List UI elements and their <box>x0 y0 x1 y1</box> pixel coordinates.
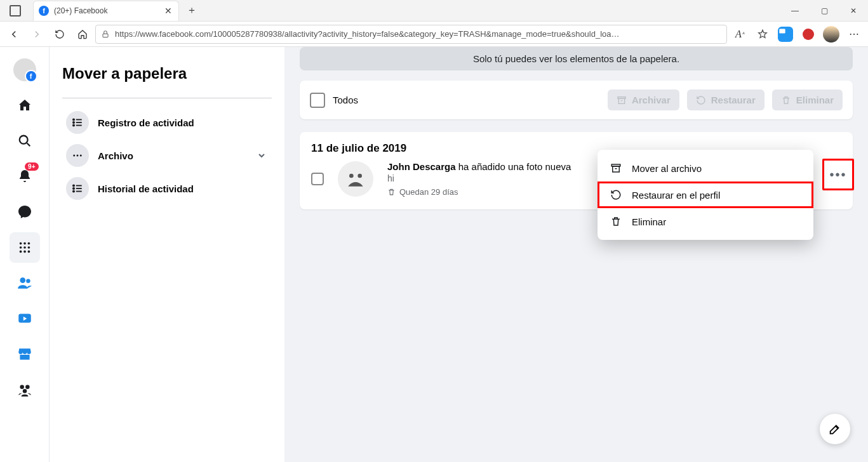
svg-point-27 <box>73 185 74 186</box>
bulk-toolbar: Todos Archivar Restaurar Eliminar <box>300 81 853 119</box>
extension-zoom[interactable] <box>775 24 796 44</box>
rail-marketplace[interactable] <box>10 339 40 369</box>
grid-icon <box>18 241 32 254</box>
rail-profile[interactable] <box>10 55 40 85</box>
svg-point-5 <box>27 242 30 245</box>
browser-menu-button[interactable]: ⋯ <box>844 24 864 44</box>
post-action: ha añadido una foto nueva <box>456 161 571 172</box>
search-icon <box>18 134 32 148</box>
rail-friends[interactable] <box>10 268 40 298</box>
svg-point-8 <box>27 246 30 249</box>
rail-menu[interactable] <box>10 232 40 263</box>
groups-icon <box>17 381 33 398</box>
sidebar-item-activity-log[interactable]: Registro de actividad <box>62 106 272 139</box>
svg-point-3 <box>19 242 22 245</box>
archive-icon <box>617 95 627 105</box>
nav-forward-button[interactable] <box>27 24 47 44</box>
svg-point-37 <box>349 174 354 178</box>
svg-rect-0 <box>103 34 108 37</box>
rail-watch[interactable] <box>10 303 40 334</box>
svg-point-9 <box>19 251 22 253</box>
rail-notifications[interactable]: 9+ <box>10 161 40 192</box>
lock-icon <box>101 30 110 39</box>
trash-icon <box>781 95 791 105</box>
url-text: https://www.facebook.com/100005287780938… <box>115 29 620 39</box>
post-remaining: Quedan 29 días <box>399 187 458 197</box>
window-maximize[interactable]: ▢ <box>810 0 839 22</box>
post-checkbox[interactable] <box>311 173 324 185</box>
window-close[interactable]: ✕ <box>839 0 868 22</box>
sidebar-item-label: Registro de actividad <box>98 117 194 128</box>
context-menu: Mover al archivo Restaurar en el perfil … <box>598 150 813 240</box>
trash-icon <box>609 214 623 228</box>
svg-point-17 <box>22 389 27 393</box>
visibility-notice: Solo tú puedes ver los elementos de la p… <box>300 47 853 70</box>
close-tab-button[interactable]: ✕ <box>163 6 173 16</box>
svg-point-2 <box>19 136 27 144</box>
messenger-icon <box>17 204 32 220</box>
browser-toolbar: https://www.facebook.com/100005287780938… <box>0 22 868 47</box>
restore-button[interactable]: Restaurar <box>687 89 765 110</box>
watch-icon <box>17 310 33 327</box>
rail-search[interactable] <box>10 126 40 156</box>
select-all-checkbox[interactable] <box>310 93 325 108</box>
restore-icon <box>696 95 706 105</box>
compose-button[interactable] <box>820 414 850 444</box>
svg-point-28 <box>73 188 74 189</box>
svg-point-20 <box>73 124 74 126</box>
menu-move-to-archive[interactable]: Mover al archivo <box>598 155 813 182</box>
delete-button[interactable]: Eliminar <box>772 89 843 110</box>
chevron-down-icon <box>257 150 267 161</box>
browser-tab-title: (20+) Facebook <box>54 6 107 15</box>
sidebar: Mover a papelera Registro de actividad A… <box>50 47 284 462</box>
svg-point-15 <box>20 385 24 389</box>
window-minimize[interactable]: — <box>780 0 810 22</box>
friends-icon <box>17 275 33 291</box>
rail-messenger[interactable] <box>10 197 40 227</box>
main-content: Solo tú puedes ver los elementos de la p… <box>284 47 868 462</box>
archive-button[interactable]: Archivar <box>608 89 679 110</box>
svg-point-7 <box>23 246 26 249</box>
rail-groups[interactable] <box>10 374 40 405</box>
menu-delete[interactable]: Eliminar <box>598 208 813 235</box>
sidebar-item-label: Archivo <box>98 150 133 161</box>
marketplace-icon <box>17 346 33 362</box>
svg-point-19 <box>73 122 74 123</box>
nav-home-button[interactable] <box>72 24 93 44</box>
nav-reload-button[interactable] <box>50 24 70 44</box>
archive-icon <box>609 161 623 175</box>
post-author[interactable]: John Descarga <box>387 161 456 172</box>
bell-icon <box>17 169 32 184</box>
list-icon <box>66 177 89 200</box>
svg-rect-1 <box>779 29 785 33</box>
sidebar-item-archive[interactable]: Archivo <box>62 139 272 172</box>
sidebar-item-history[interactable]: Historial de actividad <box>62 172 272 205</box>
list-icon <box>66 111 89 134</box>
notifications-badge: 9+ <box>25 162 38 171</box>
profile-avatar-button[interactable] <box>821 24 841 44</box>
svg-point-18 <box>73 119 74 120</box>
favorites-button[interactable] <box>752 24 773 44</box>
url-bar[interactable]: https://www.facebook.com/100005287780938… <box>95 25 727 44</box>
tablist-button[interactable] <box>0 5 30 16</box>
select-all-label: Todos <box>333 95 358 105</box>
extension-2[interactable] <box>798 24 818 44</box>
post-more-button[interactable]: ••• <box>825 162 851 187</box>
new-tab-button[interactable]: ＋ <box>183 2 201 20</box>
post-thumbnail[interactable] <box>338 161 373 197</box>
nav-back-button[interactable] <box>4 24 24 44</box>
svg-point-38 <box>357 174 362 178</box>
reader-mode-button[interactable]: Aᴬ <box>730 24 750 44</box>
menu-restore-to-profile[interactable]: Restaurar en el perfil <box>598 182 813 208</box>
browser-tab-active[interactable]: f (20+) Facebook ✕ <box>33 1 179 21</box>
svg-point-24 <box>73 155 75 157</box>
svg-point-29 <box>73 190 74 192</box>
trash-icon <box>387 188 396 196</box>
sidebar-divider <box>62 98 272 98</box>
page-title: Mover a papelera <box>62 65 272 82</box>
edit-icon <box>828 422 842 436</box>
svg-point-26 <box>80 155 82 157</box>
rail-home[interactable] <box>10 90 40 121</box>
browser-tab-strip: f (20+) Facebook ✕ ＋ — ▢ ✕ <box>0 0 868 22</box>
post-row: John Descarga ha añadido una foto nueva … <box>311 161 841 197</box>
